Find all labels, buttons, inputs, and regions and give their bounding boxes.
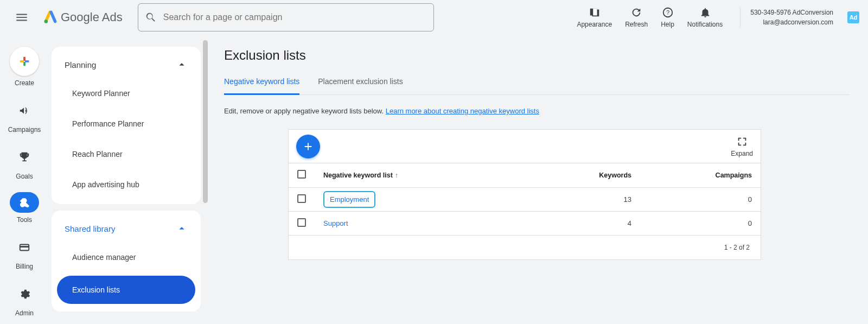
rail-billing-label: Billing — [16, 263, 33, 270]
top-search[interactable] — [138, 3, 434, 31]
rail-goals-label: Goals — [16, 173, 33, 180]
appearance-label: Appearance — [577, 21, 612, 28]
ad-badge: Ad — [847, 11, 859, 23]
refresh-button[interactable]: Refresh — [621, 4, 652, 30]
expand-label: Expand — [731, 150, 753, 157]
svg-rect-4 — [23, 57, 25, 61]
hint-learn-more-link[interactable]: Learn more about creating negative keywo… — [386, 107, 539, 115]
row-name-link[interactable]: Support — [323, 219, 348, 227]
table-row: Employment130 — [289, 187, 761, 211]
gear-icon — [18, 288, 30, 300]
google-ads-icon — [43, 10, 58, 24]
col-keywords-header[interactable]: Keywords — [521, 163, 640, 187]
help-label: Help — [661, 21, 674, 28]
col-name-header[interactable]: Negative keyword list↑ — [315, 163, 521, 187]
top-icon-group: Appearance Refresh ? Help Notifications — [572, 4, 727, 30]
help-button[interactable]: ? Help — [656, 4, 679, 30]
account-id: 530-349-5976 AdConversion — [750, 8, 833, 17]
chevron-up-icon — [176, 59, 188, 71]
row-checkbox[interactable] — [297, 218, 306, 227]
side-panel: Planning Keyword Planner Performance Pla… — [52, 47, 201, 312]
svg-rect-1 — [593, 9, 597, 16]
table-card: Expand Negative keyword list↑ Keywords C… — [288, 129, 761, 260]
rail-create-label: Create — [15, 79, 34, 87]
svg-rect-6 — [20, 60, 24, 62]
panel-planning: Planning Keyword Planner Performance Pla… — [52, 47, 201, 204]
rail-admin-label: Admin — [15, 309, 34, 317]
top-bar: Google Ads Appearance Refresh ? Help Not… — [0, 0, 868, 35]
sidepanel-scrollbar[interactable] — [203, 38, 208, 324]
help-icon: ? — [662, 7, 674, 18]
nav-exclusion-lists[interactable]: Exclusion lists — [57, 276, 195, 304]
notifications-button[interactable]: Notifications — [683, 4, 727, 30]
row-checkbox[interactable] — [297, 194, 306, 203]
table-toolbar: Expand — [289, 130, 761, 163]
add-list-button[interactable] — [296, 135, 320, 158]
hint-body: Edit, remove or apply negative keyword l… — [224, 107, 386, 115]
chevron-up-icon — [176, 223, 188, 234]
panel-planning-header[interactable]: Planning — [52, 51, 201, 78]
rail-tools[interactable]: Tools — [10, 192, 39, 224]
app-logo-text: Google Ads — [61, 10, 123, 24]
appearance-button[interactable]: Appearance — [572, 4, 616, 30]
rail-campaigns[interactable]: Campaigns — [8, 99, 41, 134]
main-menu-button[interactable] — [9, 4, 35, 30]
rail-create[interactable]: Create — [10, 47, 39, 87]
select-all-checkbox[interactable] — [297, 170, 306, 179]
rail-admin[interactable]: Admin — [12, 282, 36, 317]
page-title: Exclusion lists — [224, 48, 850, 63]
panel-shared-header[interactable]: Shared library — [52, 215, 201, 242]
trophy-icon — [18, 151, 30, 163]
account-info[interactable]: 530-349-5976 AdConversion lara@adconvers… — [740, 8, 833, 27]
tab-negative-keyword-lists[interactable]: Negative keyword lists — [224, 77, 299, 95]
row-keywords: 13 — [521, 187, 640, 211]
hint-text: Edit, remove or apply negative keyword l… — [224, 107, 850, 115]
notifications-label: Notifications — [687, 21, 723, 28]
plus-icon — [302, 141, 314, 153]
sort-asc-icon: ↑ — [395, 171, 398, 179]
plus-multicolor-icon — [18, 55, 30, 67]
table-row: Support40 — [289, 211, 761, 235]
rail-tools-label: Tools — [17, 216, 32, 224]
left-rail: Create Campaigns Goals Tools Billing Adm… — [0, 35, 49, 324]
row-campaigns: 0 — [640, 211, 761, 235]
rail-billing[interactable]: Billing — [12, 236, 36, 270]
search-input[interactable] — [163, 12, 427, 22]
panel-shared-title: Shared library — [65, 224, 115, 233]
bell-icon — [699, 7, 711, 18]
page-tabs: Negative keyword lists Placement exclusi… — [224, 77, 850, 95]
table-pager: 1 - 2 of 2 — [289, 236, 761, 259]
appearance-icon — [589, 7, 601, 18]
panel-shared-library: Shared library Audience manager Exclusio… — [52, 211, 201, 312]
main-content: Exclusion lists Negative keyword lists P… — [214, 38, 859, 324]
rail-goals[interactable]: Goals — [12, 145, 36, 180]
app-logo[interactable]: Google Ads — [43, 10, 123, 24]
row-campaigns: 0 — [640, 187, 761, 211]
refresh-label: Refresh — [625, 21, 648, 28]
nav-app-advertising-hub[interactable]: App advertising hub — [52, 169, 201, 200]
hamburger-icon — [15, 10, 29, 24]
nav-reach-planner[interactable]: Reach Planner — [52, 139, 201, 169]
svg-rect-5 — [23, 62, 25, 66]
svg-rect-7 — [25, 60, 29, 62]
svg-point-0 — [44, 20, 48, 23]
search-icon — [145, 11, 157, 23]
svg-rect-9 — [20, 246, 29, 247]
expand-button[interactable]: Expand — [731, 136, 753, 157]
refresh-icon — [630, 7, 642, 18]
rail-campaigns-label: Campaigns — [8, 126, 41, 134]
nav-audience-manager[interactable]: Audience manager — [52, 242, 201, 272]
megaphone-icon — [18, 105, 30, 117]
card-icon — [18, 242, 30, 253]
tab-placement-exclusion-lists[interactable]: Placement exclusion lists — [318, 77, 403, 95]
col-campaigns-header[interactable]: Campaigns — [640, 163, 761, 187]
expand-icon — [736, 136, 748, 148]
keyword-lists-table: Negative keyword list↑ Keywords Campaign… — [289, 163, 761, 236]
row-keywords: 4 — [521, 211, 640, 235]
svg-text:?: ? — [666, 9, 669, 16]
nav-performance-planner[interactable]: Performance Planner — [52, 109, 201, 139]
panel-planning-title: Planning — [65, 60, 96, 69]
account-email: lara@adconversion.com — [750, 17, 833, 27]
row-name-link[interactable]: Employment — [323, 191, 375, 208]
nav-keyword-planner[interactable]: Keyword Planner — [52, 78, 201, 109]
